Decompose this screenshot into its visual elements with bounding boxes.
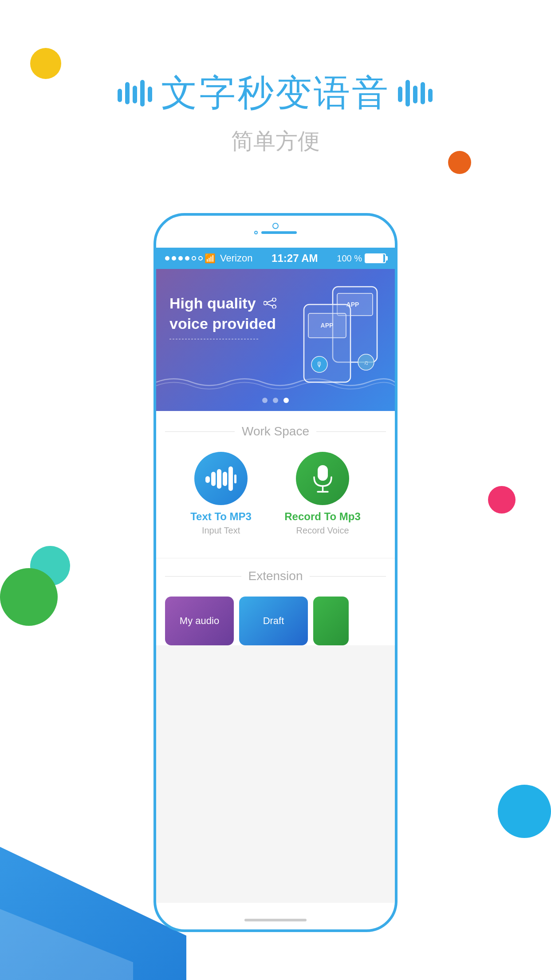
phone-notch — [254, 223, 297, 234]
my-audio-label: My audio — [180, 615, 219, 627]
svg-rect-28 — [217, 469, 221, 489]
extra-card[interactable] — [313, 597, 349, 645]
workspace-icons-row: Text To MP3 Input Text — [165, 452, 386, 545]
draft-label: Draft — [263, 615, 284, 627]
speaker-bar — [254, 231, 297, 234]
extension-title: Extension — [248, 569, 303, 583]
svg-rect-4 — [148, 87, 152, 102]
status-right: 100 % — [337, 253, 386, 264]
svg-rect-6 — [405, 80, 410, 107]
battery-bar — [365, 253, 386, 263]
banner-title-line2: voice provided — [169, 314, 277, 334]
decoration-dot-green — [0, 568, 58, 626]
svg-rect-1 — [125, 82, 130, 104]
svg-rect-29 — [223, 472, 227, 486]
carrier-name: Verizon — [220, 253, 252, 264]
svg-text:APP: APP — [321, 322, 334, 329]
my-audio-card[interactable]: My audio — [165, 597, 234, 645]
tts-label-main: Text To MP3 — [190, 510, 252, 523]
phone-frame: 📶 Verizon 11:27 AM 100 % — [153, 213, 398, 932]
svg-line-14 — [267, 304, 273, 306]
header-title-text: 文字秒变语音 — [161, 69, 390, 118]
ext-line-right — [310, 576, 386, 577]
home-bar — [244, 919, 307, 921]
banner-illustration: APP APP 🎙 ♫ — [297, 278, 386, 393]
battery-tip — [386, 256, 388, 261]
signal-dot-3 — [178, 256, 183, 261]
record-label-sub: Record Voice — [296, 526, 349, 536]
header-title: 文字秒变语音 — [0, 69, 551, 118]
signal-dot-4 — [185, 256, 189, 261]
phone-screen: 📶 Verizon 11:27 AM 100 % — [156, 248, 395, 903]
status-time: 11:27 AM — [272, 252, 318, 265]
signal-dots — [165, 256, 203, 261]
tts-label-sub: Input Text — [202, 526, 240, 536]
svg-text:🎙: 🎙 — [316, 361, 323, 368]
waveform-left-icon — [118, 78, 153, 109]
svg-line-13 — [267, 300, 273, 303]
svg-rect-8 — [421, 82, 425, 104]
svg-rect-31 — [234, 474, 236, 483]
status-bar: 📶 Verizon 11:27 AM 100 % — [156, 248, 395, 269]
promo-banner[interactable]: High quality voice provided — [156, 269, 395, 411]
wifi-icon: 📶 — [205, 253, 216, 264]
record-item[interactable]: Record To Mp3 Record Voice — [284, 452, 361, 536]
draft-card[interactable]: Draft — [239, 597, 308, 645]
waveform-right-icon — [398, 78, 433, 109]
banner-dot-3 — [283, 398, 289, 403]
workspace-section: Work Space — [156, 411, 395, 558]
signal-dot-6 — [198, 256, 203, 261]
battery-percent: 100 % — [337, 253, 362, 264]
extension-cards-row: My audio Draft — [165, 597, 386, 645]
battery-fill — [366, 254, 383, 262]
svg-rect-3 — [140, 80, 145, 107]
decoration-dot-blue — [498, 785, 551, 838]
svg-point-11 — [264, 301, 267, 305]
banner-dot-2 — [273, 398, 278, 403]
extension-header: Extension — [165, 569, 386, 583]
ext-line-left — [165, 576, 241, 577]
svg-rect-7 — [413, 86, 417, 103]
workspace-title: Work Space — [242, 424, 309, 439]
svg-rect-30 — [228, 466, 233, 491]
svg-rect-5 — [398, 87, 402, 102]
section-line-left — [165, 431, 235, 432]
signal-dot-1 — [165, 256, 169, 261]
svg-rect-2 — [133, 86, 137, 103]
header-section: 文字秒变语音 简单方便 — [0, 69, 551, 156]
banner-text: High quality voice provided — [169, 293, 277, 342]
banner-title-line1: High quality — [169, 293, 277, 314]
workspace-header: Work Space — [165, 424, 386, 439]
tts-icon-circle — [194, 452, 248, 505]
header-subtitle: 简单方便 — [0, 126, 551, 156]
svg-point-10 — [272, 298, 276, 301]
extension-section: Extension My audio Draft — [156, 558, 395, 645]
svg-point-12 — [272, 305, 276, 308]
svg-rect-0 — [118, 89, 122, 102]
phone-mockup: 📶 Verizon 11:27 AM 100 % — [153, 213, 398, 932]
signal-dot-2 — [172, 256, 176, 261]
section-line-right — [316, 431, 386, 432]
svg-rect-27 — [211, 472, 216, 486]
banner-dot-1 — [262, 398, 268, 403]
svg-text:♫: ♫ — [364, 359, 369, 366]
banner-indicator-dots — [262, 398, 289, 403]
svg-rect-26 — [205, 476, 210, 483]
camera-dot — [272, 223, 279, 229]
tts-item[interactable]: Text To MP3 Input Text — [190, 452, 252, 536]
share-icon — [264, 296, 277, 313]
decoration-dot-pink — [488, 486, 516, 514]
speaker-bar-line — [261, 231, 297, 234]
svg-rect-9 — [428, 89, 433, 102]
record-icon-circle — [296, 452, 349, 505]
status-left: 📶 Verizon — [165, 253, 252, 264]
notch-dot — [254, 231, 258, 234]
signal-dot-5 — [192, 256, 196, 261]
record-label-main: Record To Mp3 — [284, 510, 361, 523]
svg-rect-32 — [318, 465, 328, 481]
